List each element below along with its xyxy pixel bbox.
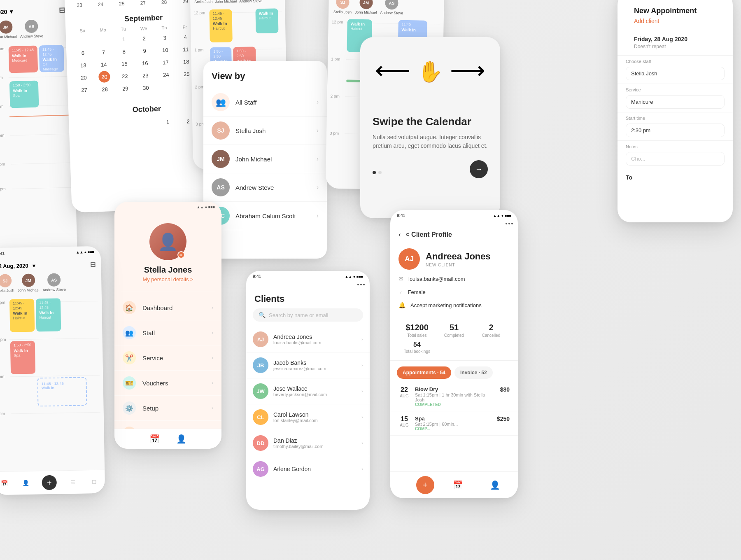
client-andreea[interactable]: AJ Andreea Jones louisa.banks@mail.com › (246, 327, 370, 352)
staff-label: Staff (142, 329, 155, 336)
client-jacob[interactable]: JB Jacob Banks jessica.ramirez@mail.com … (246, 352, 370, 378)
carol-info: Carol Lawson lon.stanley@mail.com (273, 411, 357, 423)
choose-staff-value[interactable]: Stella Josh (626, 67, 725, 80)
appointments-tab[interactable]: Appointments · 54 (397, 366, 451, 379)
start-time-section: Start time 2:30 pm (618, 112, 733, 141)
dv2-add-btn[interactable]: + (42, 475, 57, 490)
client-carol[interactable]: CL Carol Lawson lon.stanley@mail.com › (246, 404, 370, 430)
dv2-nav-list[interactable]: ☰ (68, 477, 78, 487)
cp-initials: AJ (398, 248, 420, 270)
invoice-tab[interactable]: Invoice · 52 (454, 366, 493, 379)
andrew-chevron: › (317, 184, 319, 191)
filter-icon[interactable]: ⊟ (59, 6, 65, 15)
notes-value[interactable]: Cho... (626, 152, 725, 166)
abraham-item[interactable]: AC Abraham Calum Scott › (203, 202, 327, 230)
menu-setup[interactable]: ⚙️ Setup › (114, 396, 221, 421)
dv2-apt-spa[interactable]: 1:50 - 2:50 Walk In Spa (10, 341, 35, 374)
cp-badge: NEW CLIENT (426, 263, 491, 267)
menu-vouchers[interactable]: 🎫 Vouchers › (114, 371, 221, 396)
year-arrow[interactable]: ▾ (9, 8, 12, 15)
swipe-stella-avatar[interactable]: SJ (336, 0, 350, 9)
start-time-label: Start time (618, 112, 733, 122)
setup-icon: ⚙️ (123, 401, 136, 415)
cp-person-icon[interactable]: 👤 (490, 480, 500, 490)
start-time-value[interactable]: 2:30 pm (626, 124, 725, 137)
dv2-apt-haircut[interactable]: 11:45 - 12:45 Walk In Haircut (9, 299, 35, 332)
vouchers-chevron: › (212, 380, 213, 386)
dv2-filter-icon[interactable]: ⊟ (90, 261, 95, 268)
swipe-andrew-avatar[interactable]: AS (385, 0, 398, 10)
total-label: To (626, 174, 632, 181)
spa-info: Spa Sat 2:15pm | 60min... COMP... (415, 415, 492, 431)
apt-walk-in-oil[interactable]: 11:45 - 12:45 Walk In Oil Massage (39, 45, 65, 72)
john-item[interactable]: JM John Michael › (203, 145, 327, 173)
client-jose[interactable]: JW Jose Wallace beverly.jackson@mail.com… (246, 378, 370, 404)
profile-personal-details-link[interactable]: My personal details > (142, 276, 193, 282)
stella-list-label: Stella Josh (235, 127, 266, 134)
blow-dry-date: 22 Aug (398, 386, 410, 398)
spa-day: 15 (398, 415, 410, 423)
andrew-label: Andrew Steve (20, 34, 43, 38)
staff-avatar-john: JM John Michael (0, 20, 17, 39)
cp-three-dots[interactable] (390, 219, 518, 224)
cp-add-btn[interactable]: + (416, 476, 434, 494)
jose-avatar: JW (253, 383, 268, 399)
stella-list-avatar: SJ (212, 121, 230, 140)
john-list-avatar: JM (212, 150, 230, 168)
back-button[interactable]: ‹ (398, 231, 401, 238)
avatar-andrew[interactable]: AS (25, 20, 38, 33)
vouchers-label: Vouchers (142, 380, 168, 387)
history-blow-dry: 22 Aug Blow Dry Sat 1:15pm | 1 hr 30min … (390, 382, 518, 411)
dv2-john-avatar[interactable]: JM (21, 273, 35, 287)
dv2-andrew-avatar[interactable]: AS (47, 273, 61, 287)
clients-three-dots[interactable] (246, 280, 370, 285)
day-view2-card: 9:41 ▲▲ ● ■■■ 22 Aug, 2020 ▾ ⊟ SJ Stella… (0, 246, 105, 495)
dv2-stella-avatar[interactable]: SJ (0, 274, 12, 287)
dv2-date-chevron[interactable]: ▾ (32, 262, 35, 268)
cp-marketing: Accept marketing notifications (410, 302, 482, 308)
swipe-john-avatar[interactable]: JM (359, 0, 373, 9)
total-section: To (618, 169, 733, 181)
time-label-1pm: 1 pm (0, 75, 3, 80)
week-apt-haircut[interactable]: 11:45 - 12:45 Walk In Haircut (209, 9, 232, 42)
avatar-john[interactable]: JM (0, 20, 12, 34)
menu-service[interactable]: ✂️ Service › (114, 345, 221, 371)
swipe-stella-col: SJ Stella Josh (333, 0, 352, 14)
week-apt-walkin[interactable]: Walk In Haircut (255, 8, 278, 33)
nav-calendar-active[interactable]: 📅 (149, 434, 160, 444)
add-client-link[interactable]: Add client (626, 18, 725, 29)
jose-info: Jose Wallace beverly.jackson@mail.com (273, 385, 357, 397)
all-staff-icon: 👥 (212, 93, 230, 111)
dashboard-label: Dashboard (142, 304, 172, 311)
cp-calendar-icon[interactable]: 📅 (453, 480, 463, 490)
service-value[interactable]: Manicure (626, 95, 725, 109)
apt-walk-in-medicare[interactable]: 11:45 - 12:45 Walk In Medicare (9, 46, 38, 73)
apt-walk-in-spa[interactable]: 1:50 - 2:50 Walk In Spa (9, 81, 39, 108)
dv2-nav-filter[interactable]: ⊟ (89, 477, 99, 487)
stella-chevron: › (317, 127, 319, 134)
dv2-apt-teal[interactable]: 11:45 - 12:45 Walk In Haircut (36, 298, 61, 331)
dv2-staff-row: SJ Stella Josh JM John Michael AS Andrew… (0, 271, 102, 296)
tutorial-next-btn[interactable]: → (470, 160, 488, 178)
edit-avatar-icon[interactable]: ✏ (177, 251, 185, 259)
abraham-chevron: › (317, 212, 319, 219)
dv2-nav-person[interactable]: 👤 (21, 478, 30, 488)
spa-price: $250 (497, 415, 510, 422)
andreea-name: Andreea Jones (273, 334, 357, 340)
tutorial-desc: Nulla sed volutpat augue. Integer conval… (373, 133, 488, 150)
stat-bookings-label: Total bookings (398, 349, 436, 354)
dot-inactive (378, 171, 382, 174)
clients-search-bar[interactable]: 🔍 Search by name or email (253, 308, 363, 322)
all-staff-item[interactable]: 👥 All Staff › (203, 88, 327, 117)
stat-sales-label: Total sales (398, 333, 436, 338)
menu-dashboard[interactable]: 🏠 Dashboard › (114, 295, 221, 320)
gender-icon: ♀ (398, 289, 403, 295)
andrew-list-avatar: AS (212, 178, 230, 196)
dv2-nav-cal[interactable]: 📅 (0, 478, 9, 488)
menu-staff[interactable]: 👥 Staff › (114, 320, 221, 345)
swipe-staff-header: SJ Stella Josh JM John Michael AS Andrew… (329, 0, 444, 17)
stella-item[interactable]: SJ Stella Josh › (203, 117, 327, 145)
profile-status-bar: ▲▲ ● ■■■ (114, 202, 221, 211)
nav-person[interactable]: 👤 (176, 434, 186, 444)
andrew-item[interactable]: AS Andrew Steve › (203, 173, 327, 202)
